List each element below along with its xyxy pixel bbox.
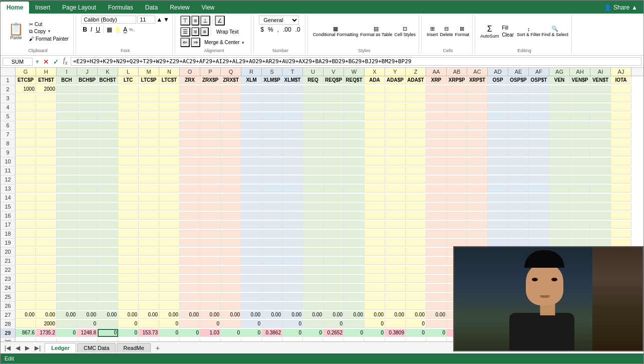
grid-cell[interactable] bbox=[36, 284, 57, 292]
grid-cell[interactable] bbox=[529, 239, 549, 247]
grid-cell[interactable] bbox=[200, 302, 221, 310]
grid-cell[interactable] bbox=[241, 257, 262, 265]
grid-cell[interactable] bbox=[426, 121, 447, 129]
grid-cell[interactable] bbox=[241, 293, 262, 301]
row-number[interactable]: 1 bbox=[1, 76, 16, 85]
grid-cell[interactable] bbox=[200, 293, 221, 301]
grid-cell[interactable] bbox=[16, 148, 36, 156]
grid-cell[interactable] bbox=[159, 257, 180, 265]
grid-cell[interactable] bbox=[139, 148, 159, 156]
grid-cell[interactable] bbox=[549, 121, 570, 129]
cell-U1[interactable]: REQ bbox=[303, 76, 324, 84]
grid-cell[interactable] bbox=[57, 194, 77, 202]
grid-cell[interactable] bbox=[426, 139, 447, 147]
grid-cell[interactable] bbox=[57, 221, 77, 229]
grid-cell[interactable] bbox=[262, 130, 282, 138]
increase-indent-button[interactable]: ⇒ bbox=[191, 38, 200, 47]
grid-cell[interactable] bbox=[385, 293, 406, 301]
grid-cell[interactable] bbox=[159, 293, 180, 301]
col-header-AE[interactable]: AE bbox=[508, 68, 529, 76]
cell-styles-button[interactable]: ⊡ Cell Styles bbox=[395, 26, 416, 37]
grid-cell[interactable] bbox=[385, 157, 406, 165]
col-header-R[interactable]: R bbox=[241, 68, 262, 76]
grid-cell[interactable] bbox=[77, 194, 98, 202]
grid-cell[interactable] bbox=[180, 194, 200, 202]
cell-U2[interactable] bbox=[303, 85, 324, 93]
cell-J2[interactable] bbox=[77, 85, 98, 93]
grid-cell[interactable] bbox=[508, 230, 529, 238]
col-header-Z[interactable]: Z bbox=[406, 68, 426, 76]
grid-cell[interactable] bbox=[16, 194, 36, 202]
grid-cell[interactable] bbox=[77, 230, 98, 238]
grid-cell[interactable] bbox=[57, 148, 77, 156]
grid-cell[interactable] bbox=[365, 139, 385, 147]
grid-cell[interactable] bbox=[549, 112, 570, 120]
align-left-button[interactable]: ☰ bbox=[180, 27, 190, 37]
cell-I2[interactable] bbox=[57, 85, 77, 93]
grid-cell[interactable] bbox=[262, 112, 282, 120]
grid-cell[interactable] bbox=[118, 284, 139, 292]
grid-cell[interactable] bbox=[77, 139, 98, 147]
cell-S2[interactable] bbox=[262, 85, 282, 93]
grid-cell[interactable] bbox=[508, 112, 529, 120]
grid-cell[interactable] bbox=[324, 121, 344, 129]
grid-cell[interactable] bbox=[200, 94, 221, 102]
grid-cell[interactable] bbox=[570, 203, 590, 211]
grid-cell[interactable] bbox=[36, 194, 57, 202]
decrease-font-icon[interactable]: ▼ bbox=[163, 16, 169, 23]
row-number[interactable]: 11 bbox=[1, 166, 16, 175]
grid-cell[interactable] bbox=[426, 175, 447, 184]
grid-cell[interactable] bbox=[590, 130, 611, 138]
grid-cell[interactable] bbox=[98, 212, 118, 220]
row-number[interactable]: 8 bbox=[1, 139, 16, 148]
grid-cell[interactable] bbox=[180, 175, 200, 184]
font-color-button[interactable]: A̲ bbox=[122, 26, 129, 34]
grid-cell[interactable] bbox=[570, 157, 590, 165]
grid-cell[interactable] bbox=[159, 302, 180, 310]
grid-cell[interactable] bbox=[16, 239, 36, 247]
grid-cell[interactable] bbox=[344, 248, 365, 256]
row-number[interactable]: 13 bbox=[1, 185, 16, 194]
grid-cell[interactable] bbox=[549, 94, 570, 102]
decrease-decimal-button[interactable]: .0 bbox=[294, 26, 302, 34]
grid-cell[interactable] bbox=[77, 275, 98, 283]
grid-cell[interactable] bbox=[118, 103, 139, 111]
format-painter-button[interactable]: 🖌 Format Painter bbox=[28, 36, 70, 42]
grid-cell[interactable] bbox=[324, 266, 344, 274]
col-header-AH[interactable]: AH bbox=[570, 68, 590, 76]
grid-cell[interactable] bbox=[406, 275, 426, 283]
grid-cell[interactable] bbox=[282, 194, 303, 202]
col-header-AI[interactable]: AI bbox=[590, 68, 611, 76]
grid-cell[interactable] bbox=[241, 94, 262, 102]
grid-cell[interactable] bbox=[549, 203, 570, 211]
number-format-select[interactable]: General bbox=[259, 16, 299, 25]
grid-cell[interactable] bbox=[241, 212, 262, 220]
cell-AJ2[interactable] bbox=[611, 85, 631, 93]
cell-L29[interactable]: 0 bbox=[118, 329, 139, 337]
grid-cell[interactable] bbox=[303, 221, 324, 229]
grid-cell[interactable] bbox=[303, 293, 324, 301]
cell-Z2[interactable] bbox=[406, 85, 426, 93]
cell-G28[interactable] bbox=[16, 320, 36, 328]
grid-cell[interactable] bbox=[467, 185, 488, 193]
grid-cell[interactable] bbox=[549, 175, 570, 184]
grid-cell[interactable] bbox=[77, 157, 98, 165]
grid-cell[interactable] bbox=[282, 112, 303, 120]
grid-cell[interactable] bbox=[159, 212, 180, 220]
cell-AA1[interactable]: XRP bbox=[426, 76, 447, 84]
grid-cell[interactable] bbox=[77, 302, 98, 310]
grid-cell[interactable] bbox=[508, 221, 529, 229]
row-number[interactable]: 20 bbox=[1, 248, 16, 257]
grid-cell[interactable] bbox=[385, 94, 406, 102]
grid-cell[interactable] bbox=[180, 121, 200, 129]
cell-X1[interactable]: ADA bbox=[365, 76, 385, 84]
grid-cell[interactable] bbox=[16, 302, 36, 310]
grid-cell[interactable] bbox=[385, 284, 406, 292]
grid-cell[interactable] bbox=[36, 185, 57, 193]
autosum-button[interactable]: Σ AutoSum bbox=[480, 25, 499, 39]
grid-cell[interactable] bbox=[344, 148, 365, 156]
grid-cell[interactable] bbox=[488, 148, 508, 156]
cell-O28[interactable] bbox=[180, 320, 200, 328]
grid-cell[interactable] bbox=[365, 130, 385, 138]
grid-cell[interactable] bbox=[77, 166, 98, 174]
